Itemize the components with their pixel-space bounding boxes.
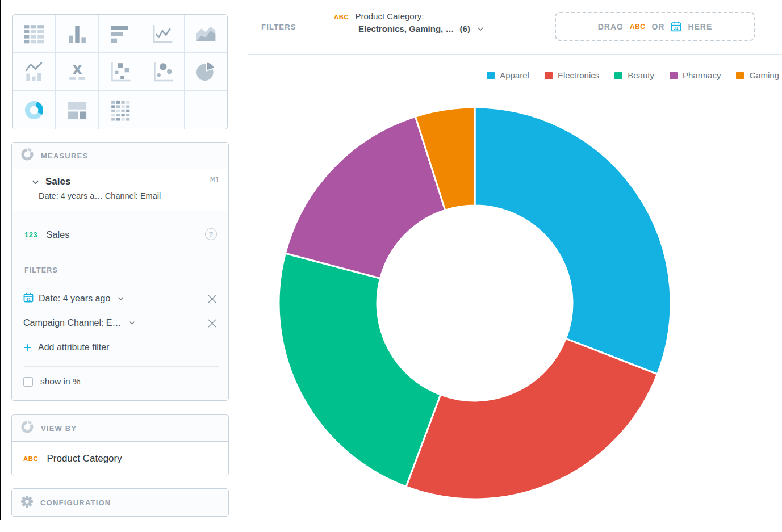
metric-row: 123 Sales ? (24, 226, 219, 243)
window-frame-edge (0, 0, 1, 520)
legend-item-electronics[interactable]: Electronics (545, 70, 599, 80)
configuration-panel-header[interactable]: CONFIGURATION (12, 489, 228, 516)
vis-type-column-chart[interactable] (56, 15, 98, 53)
add-attribute-filter-button[interactable]: + Add attribute filter (23, 338, 219, 357)
visualization-switcher: X (12, 14, 228, 129)
line-chart-icon (150, 22, 174, 45)
legend-item-beauty[interactable]: Beauty (614, 70, 654, 80)
vis-type-headline[interactable]: X (56, 53, 98, 91)
filter-selection: Electronics, Gaming, … (358, 24, 454, 33)
measure-item-sales[interactable]: Sales M1 Date: 4 years a… Channel: Email (12, 169, 228, 211)
legend-item-gaming[interactable]: Gaming (736, 70, 779, 80)
donut-bucket-icon (20, 147, 35, 164)
date-filter-row[interactable]: 31 Date: 4 years ago (23, 289, 219, 308)
vis-type-pie-chart[interactable] (185, 53, 227, 91)
legend-swatch (614, 72, 622, 79)
configuration-panel: CONFIGURATION (11, 488, 229, 517)
vis-type-donut-chart[interactable] (13, 91, 56, 129)
show-in-percent-checkbox[interactable] (23, 377, 33, 387)
show-in-percent-label: show in % (40, 376, 81, 387)
heatmap-icon (108, 98, 132, 122)
view-by-attribute-name: Product Category (47, 453, 122, 464)
view-by-panel-header: VIEW BY (12, 415, 228, 441)
legend-swatch (736, 72, 744, 79)
chevron-down-icon (118, 296, 124, 301)
donut-chart (277, 106, 672, 501)
vis-type-bubble-chart[interactable] (141, 53, 184, 91)
scatter-plot-icon (108, 60, 132, 83)
calendar-icon: 31 (671, 21, 681, 32)
donut-bucket-icon (20, 420, 35, 437)
measure-subtitle: Date: 4 years a… Channel: Email (39, 191, 219, 200)
measures-panel-header: MEASURES (12, 143, 228, 169)
donut-segment-pharmacy[interactable] (285, 116, 445, 278)
metric-name: Sales (46, 229, 69, 240)
numeric-fact-icon: 123 (24, 231, 37, 239)
show-in-percent-row: show in % (23, 373, 219, 390)
legend-swatch (670, 72, 678, 79)
product-category-filter[interactable]: ABC Product Category: Electronics, Gamin… (334, 11, 484, 33)
legend-label: Pharmacy (683, 70, 721, 80)
filter-drop-zone[interactable]: DRAG ABC OR 31 HERE (555, 12, 755, 41)
view-by-panel-title: VIEW BY (41, 424, 77, 433)
view-by-panel: VIEW BY ABC Product Category (11, 414, 229, 476)
plus-icon: + (23, 341, 31, 354)
measure-filters-heading: FILTERS (24, 266, 228, 274)
chevron-down-icon (129, 321, 135, 325)
svg-text:31: 31 (26, 298, 31, 301)
divider (24, 366, 219, 367)
configuration-panel-title: CONFIGURATION (40, 499, 111, 507)
vis-type-area-chart[interactable] (185, 15, 227, 53)
legend-swatch (487, 72, 495, 79)
column-chart-icon (65, 22, 89, 45)
abc-attribute-icon: ABC (23, 455, 38, 462)
donut-chart-icon (22, 98, 46, 122)
drop-zone-here: HERE (688, 22, 712, 31)
vis-type-treemap[interactable] (56, 91, 98, 129)
legend-label: Apparel (500, 70, 529, 80)
measure-badge: M1 (210, 175, 219, 184)
filter-bar-label: FILTERS (261, 23, 296, 31)
add-attribute-filter-label: Add attribute filter (38, 342, 109, 353)
divider (24, 255, 219, 255)
view-by-attribute-item[interactable]: ABC Product Category (12, 441, 228, 476)
attribute-filter-row[interactable]: Campaign Channel: E… (23, 313, 219, 333)
calendar-icon: 31 (23, 292, 34, 305)
measures-panel-title: MEASURES (41, 152, 88, 160)
help-icon[interactable]: ? (205, 228, 217, 240)
headline-icon: X (65, 60, 89, 83)
donut-segment-beauty[interactable] (279, 253, 441, 487)
vis-cell-empty (141, 91, 184, 129)
attribute-filter-label: Campaign Channel: E… (23, 318, 122, 328)
vis-type-line-chart[interactable] (141, 15, 184, 53)
donut-segment-electronics[interactable] (406, 338, 657, 499)
legend-item-apparel[interactable]: Apparel (487, 70, 529, 80)
measures-panel: MEASURES Sales M1 Date: 4 years a… Chann… (11, 142, 229, 401)
treemap-icon (65, 98, 89, 122)
measure-name: Sales (45, 176, 70, 187)
area-chart-icon (194, 22, 218, 45)
chevron-down-icon (477, 27, 484, 31)
filter-title: Product Category: (355, 11, 424, 21)
bar-chart-icon (108, 22, 132, 45)
abc-attribute-icon: ABC (630, 23, 646, 31)
vis-type-combo-chart[interactable] (13, 53, 56, 91)
remove-filter-icon[interactable] (207, 319, 217, 330)
combo-chart-icon (22, 60, 46, 83)
gear-icon (20, 495, 34, 511)
legend-label: Beauty (628, 70, 654, 80)
pie-chart-icon (194, 60, 218, 83)
donut-segment-apparel[interactable] (475, 107, 671, 374)
filter-count: (6) (459, 24, 470, 33)
vis-type-bar-chart[interactable] (99, 15, 141, 53)
legend-label: Gaming (749, 70, 779, 80)
filter-bar: FILTERS ABC Product Category: Electronic… (248, 0, 782, 55)
legend-item-pharmacy[interactable]: Pharmacy (670, 70, 721, 80)
bubble-chart-icon (150, 60, 174, 83)
svg-text:31: 31 (674, 26, 679, 30)
vis-type-table[interactable] (13, 15, 56, 53)
vis-type-heatmap[interactable] (99, 91, 141, 129)
vis-type-scatter-plot[interactable] (99, 53, 141, 91)
chevron-down-icon[interactable] (32, 179, 39, 185)
remove-filter-icon[interactable] (207, 294, 217, 306)
